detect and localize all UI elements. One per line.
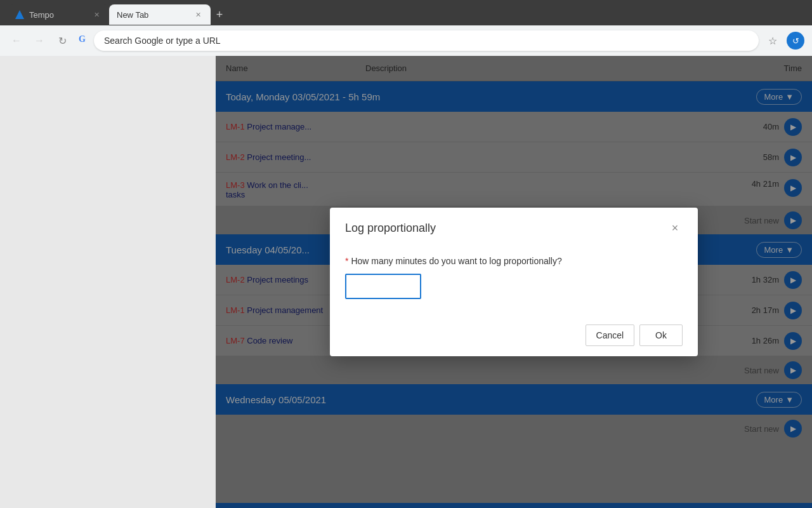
google-icon: G [76, 34, 89, 47]
modal-question-text: How many minutes do you want to log prop… [351, 256, 561, 266]
address-bar-row: ← → ↻ G ☆ ↺ [0, 25, 812, 56]
required-marker: * [345, 256, 348, 266]
tab-tempo[interactable]: Tempo ✕ [8, 4, 109, 25]
right-panel: Name Description Time Today, Monday 03/0… [216, 56, 812, 508]
left-panel [0, 56, 216, 508]
back-button[interactable]: ← [8, 32, 25, 50]
new-tab-button[interactable]: + [211, 6, 228, 23]
modal-close-button[interactable]: × [667, 220, 683, 236]
log-proportionally-modal: Log proportionally × *How many minutes d… [330, 208, 698, 356]
tab-new[interactable]: New Tab ✕ [109, 4, 211, 25]
tab-new-close[interactable]: ✕ [193, 10, 203, 20]
forward-button[interactable]: → [30, 32, 48, 50]
browser-chrome: Tempo ✕ New Tab ✕ + ← → ↻ G ☆ ↺ [0, 0, 812, 56]
main-content: Name Description Time Today, Monday 03/0… [0, 56, 812, 508]
modal-footer: Cancel Ok [330, 314, 698, 356]
modal-body: *How many minutes do you want to log pro… [330, 246, 698, 314]
address-input[interactable] [94, 30, 759, 51]
profile-icon[interactable]: ↺ [787, 32, 804, 50]
bookmark-icon[interactable]: ☆ [764, 32, 782, 50]
minutes-input[interactable] [345, 274, 421, 299]
tab-bar: Tempo ✕ New Tab ✕ + [0, 0, 812, 25]
tab-tempo-close[interactable]: ✕ [91, 10, 102, 20]
tab-tempo-label: Tempo [29, 10, 54, 20]
ok-button[interactable]: Ok [639, 324, 683, 346]
reload-button[interactable]: ↻ [53, 32, 71, 50]
modal-overlay: Log proportionally × *How many minutes d… [216, 56, 812, 508]
modal-question: *How many minutes do you want to log pro… [345, 256, 683, 266]
modal-title: Log proportionally [345, 222, 667, 235]
tab-new-label: New Tab [117, 10, 148, 20]
cancel-button[interactable]: Cancel [586, 324, 635, 346]
modal-header: Log proportionally × [330, 208, 698, 246]
tempo-icon [15, 10, 24, 19]
